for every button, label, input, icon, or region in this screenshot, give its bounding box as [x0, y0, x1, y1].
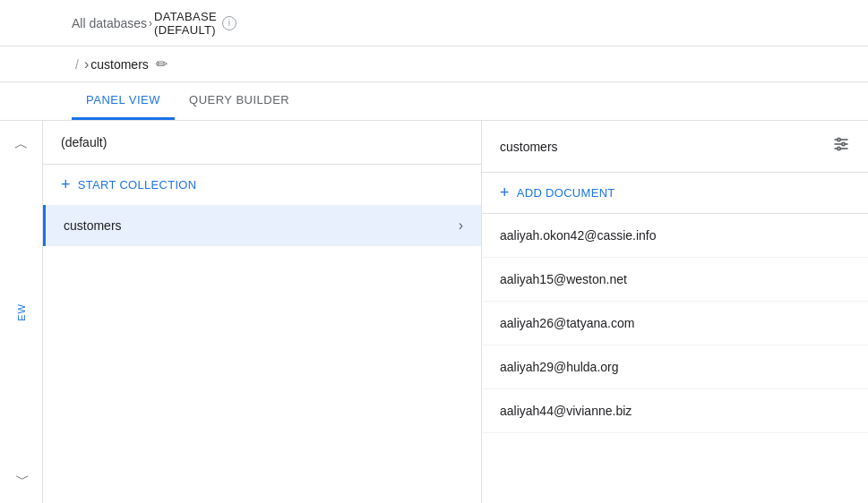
all-databases-link[interactable]: All databases	[72, 16, 147, 30]
collection-chevron-icon: ›	[459, 217, 463, 234]
add-document-label: ADD DOCUMENT	[517, 186, 615, 200]
info-icon-label: i	[228, 18, 230, 28]
collapse-bottom-button[interactable]: ︿	[7, 463, 36, 496]
start-collection-label: START COLLECTION	[78, 178, 197, 192]
svg-point-3	[838, 138, 840, 141]
plus-icon: +	[61, 175, 71, 194]
breadcrumb-arrow-icon: ›	[149, 17, 152, 30]
doc-item[interactable]: aaliyah15@weston.net	[482, 258, 868, 302]
svg-point-4	[842, 142, 845, 145]
top-nav: All databases › DATABASE(default) i	[0, 0, 868, 47]
documents-title: customers	[500, 140, 558, 154]
path-page: customers	[90, 57, 149, 72]
path-chevron-icon: ›	[84, 56, 89, 72]
collections-panel-header: (default)	[43, 121, 481, 165]
add-doc-plus-icon: +	[500, 183, 510, 202]
collection-item-label: customers	[64, 218, 122, 233]
doc-item[interactable]: aaliyah.okon42@cassie.info	[482, 214, 868, 258]
tab-panel-view[interactable]: PANEL VIEW	[72, 82, 175, 120]
content-area: ︿ EW ︿ (default) + START COLLECTION cust…	[0, 121, 868, 503]
doc-item[interactable]: aaliyah29@hulda.org	[482, 345, 868, 389]
collection-item-customers[interactable]: customers ›	[43, 205, 481, 246]
filter-icon[interactable]	[832, 135, 850, 158]
documents-panel: customers + ADD DOCUMENT	[482, 121, 868, 503]
collapse-top-button[interactable]: ︿	[7, 128, 36, 161]
start-collection-button[interactable]: + START COLLECTION	[43, 165, 481, 205]
documents-header: customers	[482, 121, 868, 173]
path-slash: /	[75, 57, 79, 72]
edit-icon[interactable]: ✏	[156, 55, 168, 72]
collections-panel: (default) + START COLLECTION customers ›	[43, 121, 482, 503]
tab-query-builder[interactable]: QUERY BUILDER	[175, 82, 304, 120]
doc-item[interactable]: aaliyah26@tatyana.com	[482, 302, 868, 345]
database-title: DATABASE(default)	[154, 10, 217, 37]
path-bar: / › customers ✏	[0, 47, 868, 82]
tabs-bar: PANEL VIEW QUERY BUILDER	[0, 82, 868, 121]
sidebar-label: EW	[16, 303, 27, 321]
svg-point-5	[838, 147, 840, 149]
database-info: DATABASE(default) i	[154, 10, 236, 37]
info-icon[interactable]: i	[222, 16, 236, 30]
add-document-button[interactable]: + ADD DOCUMENT	[482, 173, 868, 214]
doc-item[interactable]: aaliyah44@vivianne.biz	[482, 389, 868, 433]
document-list: aaliyah.okon42@cassie.info aaliyah15@wes…	[482, 214, 868, 503]
breadcrumb: All databases › DATABASE(default) i	[72, 10, 236, 37]
